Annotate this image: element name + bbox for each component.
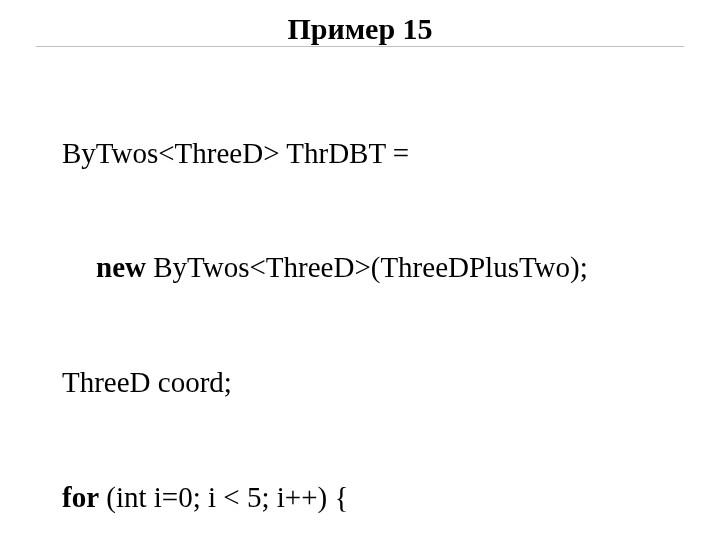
page-title: Пример 15 [287,12,432,45]
document-page: Пример 15 ByTwos<ThreeD> ThrDBT = new By… [0,0,720,540]
code-text: (int i=0; i < 5; i++) { [99,481,348,513]
code-text: ThreeD coord; [62,366,232,398]
code-line: ThreeD coord; [36,363,684,401]
keyword: for [62,481,99,513]
code-block: ByTwos<ThreeD> ThrDBT = new ByTwos<Three… [36,57,684,540]
keyword: new [96,251,146,283]
code-text: ByTwos<ThreeD>(ThreeDPlusTwo); [146,251,588,283]
code-text: ByTwos<ThreeD> ThrDBT = [62,137,409,169]
code-line: for (int i=0; i < 5; i++) { [36,478,684,516]
code-line: new ByTwos<ThreeD>(ThreeDPlusTwo); [36,248,684,286]
code-line: ByTwos<ThreeD> ThrDBT = [36,134,684,172]
title-section: Пример 15 [36,12,684,47]
